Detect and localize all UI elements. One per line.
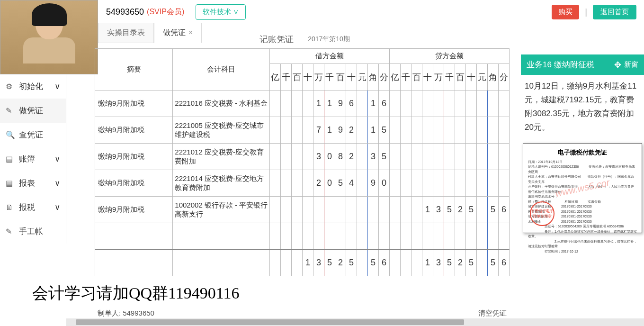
digit-cell[interactable]: 5 [378, 144, 389, 170]
digit-cell[interactable] [280, 197, 291, 223]
digit-cell[interactable] [476, 117, 487, 144]
digit-cell[interactable] [444, 117, 455, 144]
digit-cell[interactable]: 5 [487, 250, 498, 276]
digit-cell[interactable] [444, 144, 455, 170]
digit-cell[interactable]: 2 [455, 197, 465, 223]
digit-cell[interactable] [476, 144, 487, 170]
digit-cell[interactable]: 5 [444, 197, 455, 223]
digit-cell[interactable] [422, 144, 433, 170]
digit-cell[interactable] [498, 144, 509, 170]
digit-cell[interactable] [411, 144, 422, 170]
digit-cell[interactable] [291, 170, 302, 197]
digit-cell[interactable] [476, 197, 487, 223]
digit-cell[interactable]: 2 [346, 117, 357, 144]
sidebar-item-5[interactable]: 🗎报税∨ [0, 195, 66, 219]
digit-cell[interactable]: 3 [433, 250, 444, 276]
digit-cell[interactable] [411, 170, 422, 197]
sidebar-item-6[interactable]: ✎手工帐 [0, 219, 66, 244]
digit-cell[interactable] [291, 250, 302, 276]
digit-cell[interactable]: 6 [378, 91, 389, 117]
digit-cell[interactable] [400, 250, 411, 276]
digit-cell[interactable] [422, 170, 433, 197]
digit-cell[interactable]: 3 [313, 250, 324, 276]
account-cell[interactable]: 2221016 应交税费 - 水利基金 [173, 91, 270, 117]
digit-cell[interactable] [455, 144, 465, 170]
digit-cell[interactable]: 3 [367, 144, 378, 170]
sidebar-item-3[interactable]: ▤账簿∨ [0, 147, 66, 171]
digit-cell[interactable] [378, 197, 389, 223]
digit-cell[interactable] [357, 250, 367, 276]
digit-cell[interactable] [422, 117, 433, 144]
digit-cell[interactable]: 2 [346, 144, 357, 170]
digit-cell[interactable] [465, 170, 476, 197]
digit-cell[interactable]: 1 [313, 91, 324, 117]
digit-cell[interactable] [476, 170, 487, 197]
summary-cell[interactable]: 缴纳9月附加税 [95, 144, 173, 170]
digit-cell[interactable] [389, 91, 400, 117]
summary-cell[interactable]: 缴纳9月附加税 [95, 91, 173, 117]
summary-cell[interactable]: 缴纳9月附加税 [95, 117, 173, 144]
digit-cell[interactable] [357, 170, 367, 197]
account-cell[interactable]: 1002002 银行存款 - 平安银行高新支行 [173, 197, 270, 223]
digit-cell[interactable] [280, 144, 291, 170]
digit-cell[interactable] [357, 197, 367, 223]
digit-cell[interactable] [291, 91, 302, 117]
digit-cell[interactable] [346, 197, 357, 223]
digit-cell[interactable] [498, 223, 509, 250]
sidebar-item-1[interactable]: ✎做凭证 [0, 99, 66, 123]
digit-cell[interactable] [291, 117, 302, 144]
digit-cell[interactable] [498, 170, 509, 197]
digit-cell[interactable] [280, 117, 291, 144]
digit-cell[interactable] [444, 170, 455, 197]
digit-cell[interactable] [269, 144, 280, 170]
home-button[interactable]: 返回首页 [593, 5, 636, 19]
receipt-image[interactable]: 电子缴税付款凭证 日期：2017年10月12日 纳税人识别号：610502008… [523, 143, 642, 233]
digit-cell[interactable] [357, 117, 367, 144]
digit-cell[interactable] [465, 91, 476, 117]
digit-cell[interactable]: 2 [455, 250, 465, 276]
account-cell[interactable]: 2221012 应交税费-应交教育费附加 [173, 144, 270, 170]
digit-cell[interactable] [411, 117, 422, 144]
digit-cell[interactable]: 5 [367, 250, 378, 276]
digit-cell[interactable] [498, 117, 509, 144]
digit-cell[interactable] [433, 91, 444, 117]
digit-cell[interactable] [422, 91, 433, 117]
digit-cell[interactable]: 6 [498, 197, 509, 223]
digit-cell[interactable] [280, 223, 291, 250]
digit-cell[interactable] [357, 223, 367, 250]
digit-cell[interactable]: 0 [324, 170, 335, 197]
digit-cell[interactable]: 3 [433, 197, 444, 223]
digit-cell[interactable]: 1 [302, 250, 313, 276]
digit-cell[interactable]: 6 [378, 250, 389, 276]
digit-cell[interactable] [324, 197, 335, 223]
digit-cell[interactable]: 1 [324, 91, 335, 117]
digit-cell[interactable]: 5 [335, 170, 346, 197]
digit-cell[interactable] [476, 91, 487, 117]
digit-cell[interactable] [302, 117, 313, 144]
digit-cell[interactable] [269, 250, 280, 276]
digit-cell[interactable] [465, 223, 476, 250]
digit-cell[interactable] [411, 91, 422, 117]
digit-cell[interactable] [367, 197, 378, 223]
horizontal-scrollbar[interactable] [66, 318, 644, 326]
digit-cell[interactable]: 9 [335, 91, 346, 117]
digit-cell[interactable] [455, 91, 465, 117]
digit-cell[interactable] [357, 144, 367, 170]
sidebar-item-2[interactable]: 🔍查凭证 [0, 123, 66, 147]
move-icon[interactable]: ✥ [614, 60, 621, 70]
digit-cell[interactable]: 5 [465, 250, 476, 276]
digit-cell[interactable] [302, 144, 313, 170]
digit-cell[interactable] [280, 170, 291, 197]
digit-cell[interactable] [400, 170, 411, 197]
digit-cell[interactable] [389, 117, 400, 144]
digit-cell[interactable] [389, 144, 400, 170]
digit-cell[interactable] [335, 223, 346, 250]
digit-cell[interactable] [400, 144, 411, 170]
digit-cell[interactable] [389, 197, 400, 223]
digit-cell[interactable] [389, 250, 400, 276]
digit-cell[interactable] [269, 117, 280, 144]
digit-cell[interactable] [487, 223, 498, 250]
digit-cell[interactable] [302, 91, 313, 117]
digit-cell[interactable] [291, 223, 302, 250]
digit-cell[interactable] [280, 91, 291, 117]
